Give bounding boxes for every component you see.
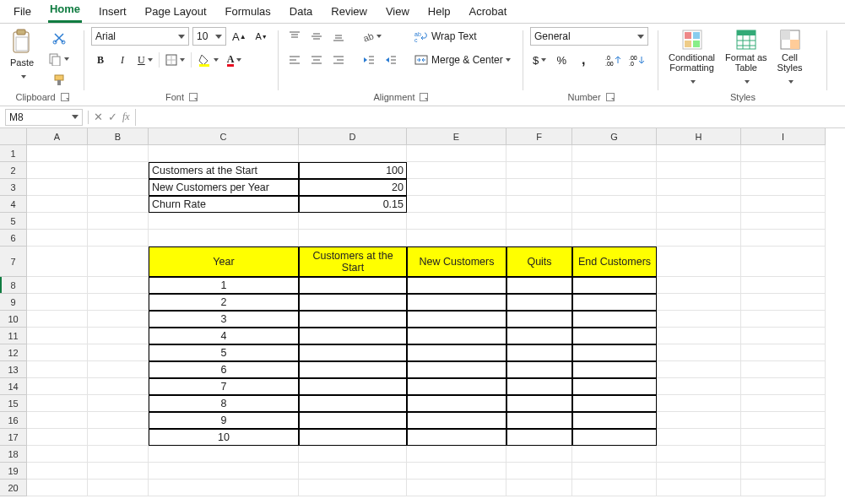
cell-C8[interactable]: 1 [149, 277, 299, 294]
cell-G12[interactable] [572, 344, 657, 361]
cell-D9[interactable] [299, 294, 407, 311]
row-header-4[interactable]: 4 [0, 196, 27, 213]
percent-format-button[interactable]: % [552, 51, 571, 69]
row-header-20[interactable]: 20 [0, 480, 27, 496]
cell-E19[interactable] [407, 463, 506, 480]
formula-cancel[interactable]: ✕ [94, 111, 103, 123]
cell-C4[interactable]: Churn Rate [149, 196, 299, 213]
row-header-13[interactable]: 13 [0, 361, 27, 378]
cell-F2[interactable] [506, 162, 572, 179]
cell-C13[interactable]: 6 [149, 361, 299, 378]
menu-review[interactable]: Review [329, 2, 369, 23]
row-header-15[interactable]: 15 [0, 395, 27, 412]
cell-G17[interactable] [572, 429, 657, 446]
cell-C9[interactable]: 2 [149, 294, 299, 311]
cell-F17[interactable] [506, 429, 572, 446]
col-header-F[interactable]: F [506, 128, 572, 145]
cell-H6[interactable] [657, 230, 741, 247]
cell-B6[interactable] [88, 230, 149, 247]
cell-H18[interactable] [657, 446, 741, 463]
font-name-select[interactable]: Arial [91, 27, 189, 46]
decrease-decimal-button[interactable]: .00.0 [626, 51, 647, 69]
cell-G4[interactable] [572, 196, 657, 213]
cell-H15[interactable] [657, 395, 741, 412]
cell-C6[interactable] [149, 230, 299, 247]
cell-D5[interactable] [299, 213, 407, 230]
cell-D6[interactable] [299, 230, 407, 247]
cell-E13[interactable] [407, 361, 506, 378]
select-all-corner[interactable] [0, 128, 27, 145]
cell-D18[interactable] [299, 446, 407, 463]
align-top-button[interactable] [285, 27, 304, 46]
cell-D17[interactable] [299, 429, 407, 446]
font-color-button[interactable]: A [225, 51, 245, 69]
cell-D10[interactable] [299, 311, 407, 328]
cell-F9[interactable] [506, 294, 572, 311]
cell-A4[interactable] [27, 196, 88, 213]
cell-C19[interactable] [149, 463, 299, 480]
col-header-A[interactable]: A [27, 128, 88, 145]
cell-C5[interactable] [149, 213, 299, 230]
cell-H12[interactable] [657, 344, 741, 361]
cell-I12[interactable] [741, 344, 826, 361]
cell-A9[interactable] [27, 294, 88, 311]
font-launcher[interactable] [189, 93, 198, 101]
cell-D7[interactable]: Customers at the Start [299, 247, 407, 277]
cell-F18[interactable] [506, 446, 572, 463]
cell-styles-dropdown[interactable] [786, 74, 794, 86]
cell-D1[interactable] [299, 145, 407, 162]
cell-A1[interactable] [27, 145, 88, 162]
cell-I5[interactable] [741, 213, 826, 230]
cell-A6[interactable] [27, 230, 88, 247]
cell-E2[interactable] [407, 162, 506, 179]
cell-H8[interactable] [657, 277, 741, 294]
align-bottom-button[interactable] [329, 27, 348, 46]
cell-I15[interactable] [741, 395, 826, 412]
col-header-E[interactable]: E [407, 128, 506, 145]
cell-E15[interactable] [407, 395, 506, 412]
row-header-2[interactable]: 2 [0, 162, 27, 179]
menu-help[interactable]: Help [426, 2, 452, 23]
cell-B9[interactable] [88, 294, 149, 311]
cell-B14[interactable] [88, 378, 149, 395]
cell-F12[interactable] [506, 344, 572, 361]
cell-I7[interactable] [741, 247, 826, 277]
decrease-font-button[interactable]: A▼ [252, 27, 271, 46]
cell-G14[interactable] [572, 378, 657, 395]
cell-B1[interactable] [88, 145, 149, 162]
cell-I2[interactable] [741, 162, 826, 179]
paste-dropdown[interactable] [19, 69, 26, 81]
cell-B4[interactable] [88, 196, 149, 213]
cell-I11[interactable] [741, 328, 826, 344]
cell-H14[interactable] [657, 378, 741, 395]
cell-C15[interactable]: 8 [149, 395, 299, 412]
cell-F13[interactable] [506, 361, 572, 378]
cell-B8[interactable] [88, 277, 149, 294]
spreadsheet-grid[interactable]: 1234567891011121314151617181920 ABCDEFGH… [0, 128, 845, 504]
cell-D20[interactable] [299, 480, 407, 496]
cell-D19[interactable] [299, 463, 407, 480]
menu-formulas[interactable]: Formulas [224, 2, 273, 23]
cell-I8[interactable] [741, 277, 826, 294]
cell-F19[interactable] [506, 463, 572, 480]
cell-E9[interactable] [407, 294, 506, 311]
cell-G11[interactable] [572, 328, 657, 344]
cell-E20[interactable] [407, 480, 506, 496]
cell-G6[interactable] [572, 230, 657, 247]
cell-E12[interactable] [407, 344, 506, 361]
cell-G5[interactable] [572, 213, 657, 230]
menu-view[interactable]: View [384, 2, 411, 23]
wrap-text-button[interactable]: abc Wrap Text [409, 27, 517, 46]
cell-C17[interactable]: 10 [149, 429, 299, 446]
cell-I9[interactable] [741, 294, 826, 311]
fx-button[interactable]: fx [122, 111, 130, 123]
bold-button[interactable]: B [91, 51, 110, 69]
row-header-14[interactable]: 14 [0, 378, 27, 395]
format-table-dropdown[interactable] [742, 74, 750, 86]
cell-A14[interactable] [27, 378, 88, 395]
row-header-16[interactable]: 16 [0, 412, 27, 429]
cell-E4[interactable] [407, 196, 506, 213]
col-header-D[interactable]: D [299, 128, 407, 145]
cell-D12[interactable] [299, 344, 407, 361]
row-header-12[interactable]: 12 [0, 344, 27, 361]
